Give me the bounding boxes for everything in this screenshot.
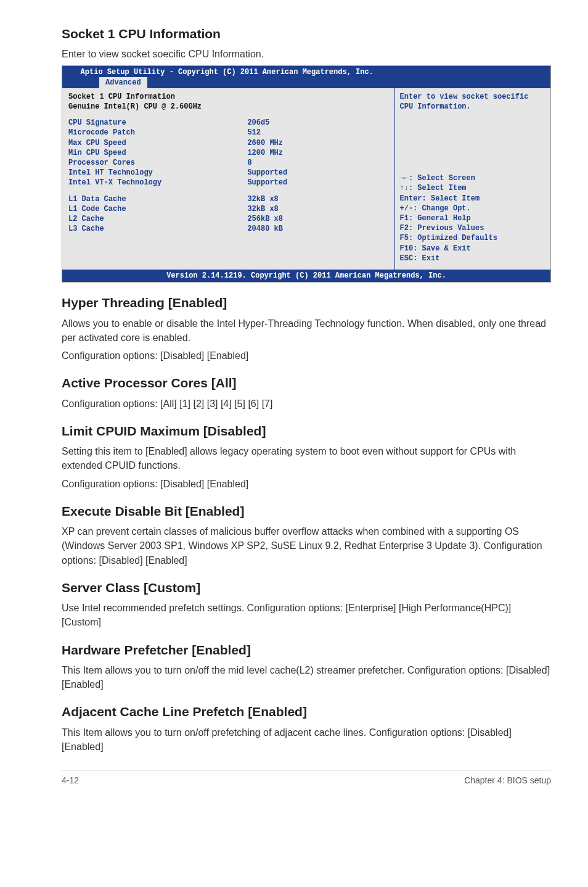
heading-server-class: Server Class [Custom] [62,579,551,597]
bios-header1: Socket 1 CPU Information [68,92,247,102]
heading-limit-cpuid: Limit CPUID Maximum [Disabled] [62,422,551,440]
p-hyper-threading-1: Allows you to enable or disable the Inte… [62,316,551,345]
p-adj-cache: This Item allows you to turn on/off pref… [62,725,551,754]
bios-right-pane: Enter to view socket soecific CPU Inform… [394,88,550,270]
bios-cache-row: L2 Cache256kB x8 [68,214,388,224]
desc-socket-info: Enter to view socket soecific CPU Inform… [62,47,551,61]
heading-hw-prefetcher: Hardware Prefetcher [Enabled] [62,641,551,659]
p-limit-cpuid-2: Configuration options: [Disabled] [Enabl… [62,477,551,491]
bios-cpu-row: Intel HT TechnologySupported [68,168,388,178]
heading-execute-disable: Execute Disable Bit [Enabled] [62,502,551,521]
bios-nav-line: Enter: Select Item [400,194,545,204]
bios-cpu-row: CPU Signature206d5 [68,118,388,128]
bios-cpu-row: Max CPU Speed2600 MHz [68,138,388,148]
bios-nav-line: F2: Previous Values [400,223,545,233]
bios-cpu-row: Min CPU Speed1200 MHz [68,148,388,158]
bios-header2: Genuine Intel(R) CPU @ 2.60GHz [68,102,247,112]
heading-hyper-threading: Hyper Threading [Enabled] [62,294,551,312]
heading-adj-cache: Adjacent Cache Line Prefetch [Enabled] [62,703,551,721]
p-server-class: Use Intel recommended prefetch settings.… [62,601,551,629]
bios-cpu-row: Intel VT-X TechnologySupported [68,178,388,188]
bios-cache-row: L1 Code Cache32kB x8 [68,204,388,214]
bios-help-text: Enter to view socket soecific CPU Inform… [400,92,545,112]
p-hw-prefetcher: This Item allows you to turn on/off the … [62,663,551,691]
bios-nav-line: ESC: Exit [400,254,545,263]
bios-window: Aptio Setup Utility - Copyright (C) 2011… [62,65,551,283]
bios-nav-line: →←: Select Screen [400,173,545,183]
page-number: 4-12 [62,774,79,786]
bios-tab-row: Advanced [62,77,550,88]
bios-left-pane: Socket 1 CPU Information Genuine Intel(R… [62,88,394,270]
bios-cpu-row: Microcode Patch512 [68,128,388,138]
chapter-title: Chapter 4: BIOS setup [464,774,551,786]
page-footer: 4-12 Chapter 4: BIOS setup [62,770,551,786]
bios-cache-row: L1 Data Cache32kB x8 [68,194,388,204]
bios-nav-line: F5: Optimized Defaults [400,233,545,243]
bios-nav-line: ↑↓: Select Item [400,183,545,193]
bios-titlebar: Aptio Setup Utility - Copyright (C) 2011… [62,66,550,77]
bios-nav-line: +/-: Change Opt. [400,204,545,213]
bios-nav-line: F10: Save & Exit [400,244,545,254]
heading-active-cores: Active Processor Cores [All] [62,374,551,392]
heading-socket-info: Socket 1 CPU Information [62,25,551,43]
bios-footer: Version 2.14.1219. Copyright (C) 2011 Am… [62,270,550,282]
p-active-cores: Configuration options: [All] [1] [2] [3]… [62,397,551,411]
p-limit-cpuid-1: Setting this item to [Enabled] allows le… [62,444,551,472]
bios-nav-line: F1: General Help [400,213,545,223]
p-hyper-threading-2: Configuration options: [Disabled] [Enabl… [62,349,551,363]
p-execute-disable: XP can prevent certain classes of malici… [62,524,551,567]
bios-cpu-row: Processor Cores8 [68,158,388,168]
bios-cache-row: L3 Cache20480 kB [68,224,388,234]
bios-tab-advanced[interactable]: Advanced [99,77,147,88]
